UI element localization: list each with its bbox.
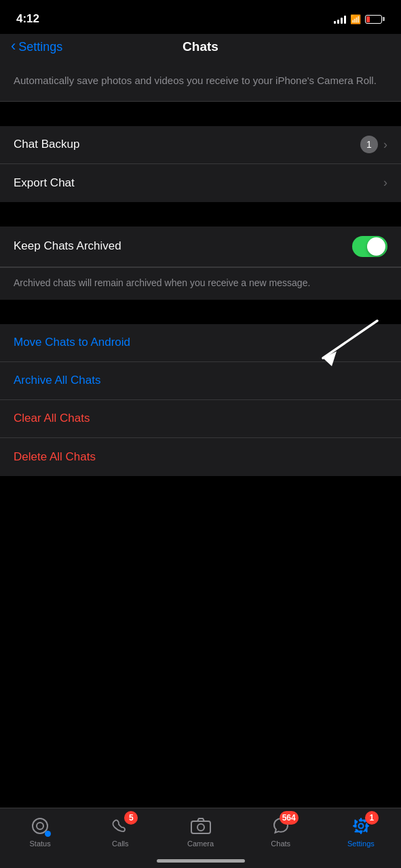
svg-point-6 xyxy=(358,824,363,829)
status-dot xyxy=(45,831,51,837)
settings-badge: 1 xyxy=(365,811,379,825)
chat-backup-right: 1 › xyxy=(360,136,387,153)
back-label: Settings xyxy=(18,40,62,54)
tab-camera[interactable]: Camera xyxy=(160,815,240,848)
chats-tab-label: Chats xyxy=(271,840,290,848)
archive-all-chats-row[interactable]: Archive All Chats xyxy=(0,362,401,400)
move-chats-row[interactable]: Move Chats to Android xyxy=(0,324,401,362)
toggle-thumb xyxy=(367,237,385,256)
keep-chats-archived-label: Keep Chats Archived xyxy=(14,239,121,253)
delete-all-chats-label: Delete All Chats xyxy=(14,450,96,464)
action-group: Move Chats to Android Archive All Chats … xyxy=(0,324,401,476)
chat-backup-label: Chat Backup xyxy=(14,138,79,151)
status-icons: 📶 xyxy=(334,14,385,24)
svg-point-7 xyxy=(355,820,367,832)
chat-backup-badge: 1 xyxy=(360,136,378,153)
svg-line-0 xyxy=(323,321,377,358)
keep-chats-archived-row[interactable]: Keep Chats Archived xyxy=(0,226,401,267)
keep-chats-archived-toggle[interactable] xyxy=(352,236,387,257)
export-chat-right: › xyxy=(383,176,387,190)
clear-all-chats-row[interactable]: Clear All Chats xyxy=(0,400,401,438)
group-gap-2 xyxy=(0,202,401,226)
chats-badge: 564 xyxy=(280,811,299,825)
settings-tab-label: Settings xyxy=(347,840,375,848)
calls-icon-wrap: 5 xyxy=(109,815,131,837)
chevron-right-icon: › xyxy=(383,138,387,152)
status-time: 4:12 xyxy=(16,12,39,26)
export-chat-row[interactable]: Export Chat › xyxy=(0,164,401,202)
back-chevron-icon: ‹ xyxy=(11,39,16,54)
archive-all-chats-label: Archive All Chats xyxy=(14,374,101,387)
tab-status[interactable]: Status xyxy=(0,815,80,848)
description-text: Automatically save photos and videos you… xyxy=(14,73,387,89)
camera-tab-label: Camera xyxy=(187,840,214,848)
archived-footer-text: Archived chats will remain archived when… xyxy=(14,276,387,290)
status-tab-label: Status xyxy=(30,840,51,848)
export-chevron-icon: › xyxy=(383,176,387,190)
battery-icon xyxy=(365,15,385,24)
group-gap-3 xyxy=(0,300,401,324)
tab-chats[interactable]: 564 Chats xyxy=(241,815,321,848)
archived-footer: Archived chats will remain archived when… xyxy=(0,267,401,300)
svg-rect-4 xyxy=(191,821,210,833)
header: ‹ Settings Chats xyxy=(0,34,401,64)
settings-group-2: Keep Chats Archived Archived chats will … xyxy=(0,226,401,300)
status-icon-wrap xyxy=(29,815,51,837)
home-indicator xyxy=(157,859,245,863)
group-gap-1 xyxy=(0,102,401,126)
description-section: Automatically save photos and videos you… xyxy=(0,64,401,102)
tab-settings[interactable]: 1 Settings xyxy=(321,815,401,848)
main-content: Automatically save photos and videos you… xyxy=(0,64,401,557)
svg-point-3 xyxy=(37,823,43,829)
camera-icon xyxy=(191,817,211,835)
signal-icon xyxy=(334,15,346,24)
chats-icon-wrap: 564 xyxy=(270,815,292,837)
status-bar: 4:12 📶 xyxy=(0,0,401,34)
clear-all-chats-label: Clear All Chats xyxy=(14,412,90,425)
calls-badge: 5 xyxy=(124,811,138,825)
delete-all-chats-row[interactable]: Delete All Chats xyxy=(0,438,401,476)
wifi-icon: 📶 xyxy=(350,14,361,24)
back-button[interactable]: ‹ Settings xyxy=(11,40,62,54)
move-chats-label: Move Chats to Android xyxy=(14,336,130,349)
svg-point-5 xyxy=(197,824,204,831)
camera-icon-wrap xyxy=(190,815,212,837)
calls-tab-label: Calls xyxy=(112,840,128,848)
page-title: Chats xyxy=(183,39,218,54)
chat-backup-row[interactable]: Chat Backup 1 › xyxy=(0,126,401,164)
settings-group-1: Chat Backup 1 › Export Chat › xyxy=(0,126,401,202)
settings-icon-wrap: 1 xyxy=(350,815,372,837)
export-chat-label: Export Chat xyxy=(14,176,75,190)
tab-calls[interactable]: 5 Calls xyxy=(80,815,160,848)
